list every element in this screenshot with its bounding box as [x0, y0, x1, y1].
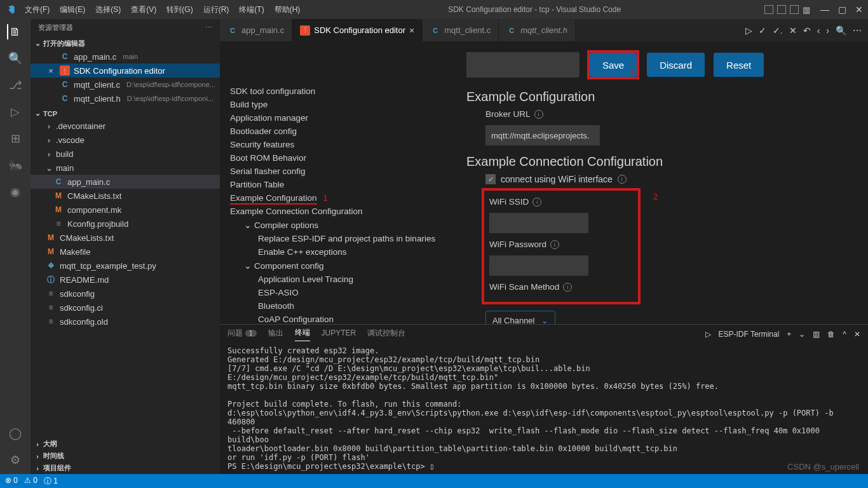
- wifi-password-input[interactable]: [489, 255, 588, 276]
- info-icon[interactable]: i: [618, 175, 627, 184]
- reset-button[interactable]: Reset: [714, 53, 764, 77]
- config-nav-item[interactable]: Serial flasher config: [230, 165, 466, 178]
- menu-file[interactable]: 文件(F): [20, 3, 54, 17]
- split-icon[interactable]: ▥: [813, 330, 820, 339]
- discard-button[interactable]: Discard: [647, 53, 705, 77]
- terminal-output[interactable]: Successfully created esp32 image. Genera…: [220, 344, 868, 474]
- panel-tab-output[interactable]: 输出: [268, 328, 283, 341]
- menu-goto[interactable]: 转到(G): [162, 3, 197, 17]
- sidebar-section[interactable]: ›时间线: [31, 450, 220, 462]
- file-item[interactable]: ⓘREADME.md: [31, 273, 220, 287]
- info-icon[interactable]: i: [532, 198, 541, 207]
- panel-tab-terminal[interactable]: 终端: [295, 327, 310, 341]
- file-item[interactable]: ≡Kconfig.projbuild: [31, 217, 220, 231]
- gear-icon[interactable]: ⚙: [8, 452, 23, 468]
- account-icon[interactable]: ◯: [8, 426, 23, 441]
- menu-edit[interactable]: 编辑(E): [55, 3, 90, 17]
- config-subnav-item[interactable]: ESP-ASIO: [230, 286, 466, 299]
- layout-icon[interactable]: [764, 5, 773, 14]
- config-subnav-item[interactable]: Bluetooth: [230, 299, 466, 313]
- menu-select[interactable]: 选择(S): [91, 3, 125, 17]
- config-subnav-item[interactable]: Enable C++ exceptions: [230, 245, 466, 259]
- nav-example-config[interactable]: Example Configuration 1: [230, 191, 466, 205]
- config-nav-item[interactable]: Bootloader config: [230, 125, 466, 138]
- sidebar-section[interactable]: ›大纲: [31, 438, 220, 450]
- layout-icon[interactable]: [790, 5, 799, 14]
- check-icon[interactable]: ✓: [759, 25, 766, 36]
- open-editors-header[interactable]: ⌄打开的编辑器: [31, 37, 220, 50]
- terminal-shell-name[interactable]: ESP-IDF Terminal: [719, 330, 780, 339]
- maximize-icon[interactable]: ▢: [838, 4, 846, 15]
- status-warnings[interactable]: ⚠ 0: [24, 476, 37, 487]
- config-subnav-item[interactable]: CoAP Configuration: [230, 313, 466, 324]
- nav-example-conn[interactable]: Example Connection Configuration: [230, 205, 466, 218]
- file-item[interactable]: ≡sdkconfig.old: [31, 315, 220, 329]
- check2-icon[interactable]: ✓.: [773, 25, 783, 36]
- config-nav-item[interactable]: Boot ROM Behavior: [230, 151, 466, 165]
- close-icon[interactable]: ✕: [855, 4, 863, 15]
- search-icon[interactable]: 🔍: [836, 25, 846, 36]
- panel-tab-jupyter[interactable]: JUPYTER: [322, 329, 356, 340]
- file-item[interactable]: MCMakeLists.txt: [31, 231, 220, 245]
- open-editor-item[interactable]: Cmqtt_client.cD:\esp\idf\esp-idf\compone…: [31, 78, 220, 92]
- folder-item[interactable]: ›.devcontainer: [31, 119, 220, 133]
- file-item[interactable]: ❖mqtt_tcp_example_test.py: [31, 259, 220, 273]
- file-item[interactable]: MCMakeLists.txt: [31, 189, 220, 203]
- open-editor-item[interactable]: Cmqtt_client.hD:\esp\idf\esp-idf\componi…: [31, 92, 220, 105]
- run-icon[interactable]: ▷: [745, 25, 752, 36]
- editor-tab[interactable]: Cmqtt_client.c: [423, 19, 499, 41]
- config-subnav-item[interactable]: Replace ESP-IDF and project paths in bin…: [230, 232, 466, 245]
- info-icon[interactable]: i: [563, 283, 572, 292]
- close-icon[interactable]: ×: [409, 25, 414, 36]
- config-nav-item[interactable]: Build type: [230, 98, 466, 111]
- folder-item[interactable]: ⌄main: [31, 161, 220, 175]
- file-item[interactable]: Mcomponent.mk: [31, 203, 220, 217]
- terminal-new-icon[interactable]: +: [787, 330, 791, 339]
- config-subnav-item[interactable]: ⌄Component config: [230, 259, 466, 273]
- folder-item[interactable]: ›.vscode: [31, 133, 220, 147]
- config-nav-item[interactable]: SDK tool configuration: [230, 85, 466, 98]
- info-icon[interactable]: i: [550, 240, 559, 249]
- status-info[interactable]: ⓘ 1: [44, 476, 58, 487]
- config-nav-item[interactable]: Security features: [230, 138, 466, 151]
- folder-item[interactable]: ›build: [31, 147, 220, 161]
- prev-icon[interactable]: ‹: [817, 25, 820, 36]
- cancel-icon[interactable]: ✕: [789, 25, 797, 36]
- source-control-icon[interactable]: ⎇: [8, 78, 23, 93]
- close-icon[interactable]: ×: [46, 66, 56, 76]
- config-subnav-item[interactable]: Application Level Tracing: [230, 273, 466, 286]
- trash-icon[interactable]: 🗑: [827, 330, 835, 339]
- chevron-down-icon[interactable]: ⌄: [799, 330, 805, 339]
- editor-tab[interactable]: Capp_main.c: [220, 19, 292, 41]
- search-icon[interactable]: 🔍: [8, 51, 23, 66]
- file-item[interactable]: ≡sdkconfig: [31, 287, 220, 301]
- open-editor-item[interactable]: ×⋮SDK Configuration editor: [31, 64, 220, 78]
- file-item[interactable]: MMakefile: [31, 245, 220, 259]
- editor-tab[interactable]: ⋮SDK Configuration editor×: [292, 19, 423, 41]
- maximize-panel-icon[interactable]: ^: [843, 330, 846, 339]
- menu-help[interactable]: 帮助(H): [270, 3, 305, 17]
- undo-icon[interactable]: ↶: [803, 25, 811, 36]
- info-icon[interactable]: i: [534, 110, 543, 119]
- layout-icon[interactable]: [777, 5, 786, 14]
- search-parameter-input[interactable]: [466, 52, 580, 78]
- espressif-icon[interactable]: ◉: [8, 184, 23, 200]
- wifi-interface-checkbox[interactable]: ✓ connect using WiFi interface i: [485, 174, 853, 184]
- editor-tab[interactable]: Cmqtt_client.h: [499, 19, 576, 41]
- file-item[interactable]: Capp_main.c: [31, 175, 220, 189]
- status-errors[interactable]: ⊗ 0: [5, 476, 18, 487]
- wifi-scan-select[interactable]: All Channel⌄: [485, 311, 555, 324]
- config-nav-item[interactable]: Application manager: [230, 111, 466, 125]
- extensions-icon[interactable]: ⊞: [8, 131, 23, 146]
- panel-tab-problems[interactable]: 问题1: [227, 328, 257, 341]
- minimize-icon[interactable]: —: [820, 4, 829, 15]
- menu-run[interactable]: 运行(R): [199, 3, 234, 17]
- broker-url-input[interactable]: [485, 125, 600, 146]
- project-header[interactable]: ⌄TCP: [31, 108, 220, 119]
- config-subnav-item[interactable]: ⌄Compiler options: [230, 218, 466, 232]
- file-item[interactable]: ≡sdkconfig.ci: [31, 301, 220, 315]
- platformio-icon[interactable]: 🐜: [8, 158, 23, 173]
- close-panel-icon[interactable]: ✕: [854, 330, 860, 339]
- panel-tab-debug[interactable]: 调试控制台: [367, 328, 405, 341]
- more-icon[interactable]: ⋯: [853, 25, 862, 36]
